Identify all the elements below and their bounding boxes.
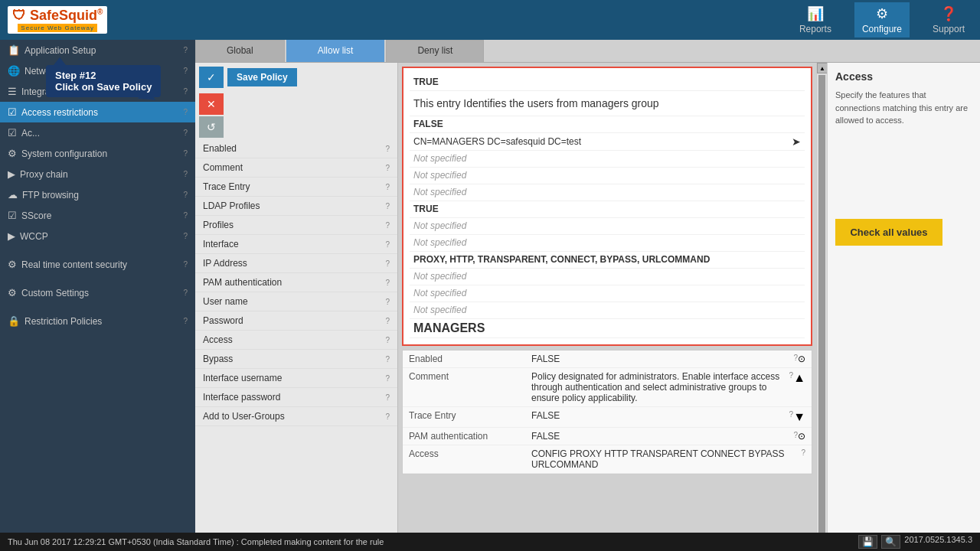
sidebar-item-wccp[interactable]: ▶ WCCP ?	[0, 226, 195, 246]
field-interface[interactable]: Interface ?	[195, 235, 397, 254]
field-user-name[interactable]: User name ?	[195, 292, 397, 311]
step-tooltip[interactable]: Step #12 Click on Save Policy	[46, 65, 161, 97]
scrollbar[interactable]: ▲ ▼	[816, 63, 827, 551]
card-comment-value: This entry Identifies the users from man…	[410, 91, 805, 116]
entry2-comment-up[interactable]: ▲	[793, 371, 805, 385]
sscore-icon: ☑	[8, 210, 17, 221]
system-config-icon: ⚙	[8, 148, 17, 159]
sidebar-item-application-setup[interactable]: 📋 Application Setup ?	[0, 40, 195, 60]
restriction-help: ?	[183, 317, 188, 325]
sidebar-item-ac2-label: Ac...	[21, 128, 40, 139]
field-enabled[interactable]: Enabled ?	[195, 139, 397, 158]
field-ldap-profiles[interactable]: LDAP Profiles ?	[195, 197, 397, 216]
ac2-help: ?	[183, 129, 188, 137]
status-search-icon[interactable]: 🔍	[881, 535, 900, 549]
right-panel: Access Specify the features that connect…	[827, 63, 980, 551]
sidebar-item-custom-settings[interactable]: ⚙ Custom Settings ?	[0, 282, 195, 303]
sidebar-item-sscore[interactable]: ☑ SScore ?	[0, 205, 195, 226]
proxy-chain-icon: ▶	[8, 168, 15, 180]
field-bypass[interactable]: Bypass ?	[195, 350, 397, 369]
sidebar-item-system-config-label: System configuration	[21, 148, 107, 159]
card-ifpass-value: Not specified	[410, 302, 805, 319]
nav-configure[interactable]: ⚙ Configure	[854, 2, 910, 37]
wccp-help: ?	[183, 232, 188, 240]
real-time-icon: ⚙	[8, 259, 17, 270]
logo-title: 🛡 SafeSquid®	[12, 8, 103, 24]
nav-configure-label: Configure	[862, 24, 902, 34]
sidebar-item-system-configuration[interactable]: ⚙ System configuration ?	[0, 143, 195, 164]
tab-bar: Global Allow list Deny list	[195, 40, 980, 63]
reset-button[interactable]: ↺	[199, 116, 224, 138]
field-ip-address[interactable]: IP Address ?	[195, 254, 397, 273]
entry2-comment-row: Comment Policy designated for administra…	[403, 368, 812, 407]
card-username-value: Not specified	[410, 218, 805, 235]
step-action: Click on Save Policy	[55, 81, 152, 93]
card-container[interactable]: TRUE This entry Identifies the users fro…	[398, 63, 816, 551]
network-help: ?	[183, 67, 188, 75]
sidebar-item-restriction-policies[interactable]: 🔒 Restriction Policies ?	[0, 311, 195, 331]
entry2-settings-icon[interactable]: ⊙	[798, 354, 805, 364]
enabled-help-icon: ?	[385, 145, 390, 153]
entry2-pam-settings[interactable]: ⊙	[798, 431, 805, 442]
network-settings-icon: 🌐	[8, 65, 20, 77]
password-help: ?	[385, 317, 390, 325]
card-password-value: Not specified	[410, 235, 805, 252]
sidebar: 📋 Application Setup ? 🌐 Network settings…	[0, 40, 195, 551]
field-trace-entry[interactable]: Trace Entry ?	[195, 178, 397, 197]
sidebar-item-application-setup-label: Application Setup	[24, 45, 96, 56]
save-policy-button[interactable]: Save Policy	[227, 68, 297, 86]
comment-help-icon: ?	[385, 164, 390, 172]
sidebar-item-wccp-label: WCCP	[20, 231, 48, 242]
access-help: ?	[183, 108, 188, 116]
step-number: Step #12	[55, 70, 152, 81]
sidebar-item-proxy-chain[interactable]: ▶ Proxy chain ?	[0, 164, 195, 184]
sidebar-item-custom-label: Custom Settings	[21, 288, 89, 298]
entry2-access-help: ?	[801, 448, 805, 457]
action-row: ✓ Save Policy	[195, 63, 397, 92]
field-add-to-user-groups[interactable]: Add to User-Groups ?	[195, 407, 397, 426]
restriction-icon: 🔒	[8, 315, 20, 327]
field-pam-auth[interactable]: PAM authentication ?	[195, 273, 397, 292]
field-interface-username[interactable]: Interface username ?	[195, 369, 397, 388]
ldap-help: ?	[183, 87, 188, 96]
field-comment[interactable]: Comment ?	[195, 158, 397, 178]
sidebar-item-ac2[interactable]: ☑ Ac... ?	[0, 122, 195, 143]
version-label: 2017.0525.1345.3	[904, 535, 972, 549]
card-trace-value: FALSE	[410, 116, 805, 133]
card-ip-value: Not specified	[410, 184, 805, 201]
access-icon: ☑	[8, 106, 17, 118]
main: Global Allow list Deny list ✓ Save Polic…	[195, 40, 980, 551]
tab-deny-list[interactable]: Deny list	[386, 40, 484, 62]
ftp-help: ?	[183, 191, 188, 199]
card-access-value: PROXY, HTTP, TRANSPARENT, CONNECT, BYPAS…	[410, 252, 805, 269]
entry2-enabled-row: Enabled FALSE ? ⊙	[403, 350, 812, 368]
tab-global[interactable]: Global	[195, 40, 285, 62]
nav-support[interactable]: ❓ Support	[925, 2, 972, 37]
status-save-icon[interactable]: 💾	[858, 535, 877, 549]
tab-allow-list[interactable]: Allow list	[286, 40, 385, 62]
entry2-trace-dropdown[interactable]: ▼	[793, 410, 805, 424]
sidebar-item-ftp-label: FTP browsing	[22, 190, 79, 201]
check-button[interactable]: ✓	[199, 67, 224, 88]
logo-subtitle: Secure Web Gateway	[18, 24, 97, 32]
field-interface-password[interactable]: Interface password ?	[195, 388, 397, 407]
scroll-up-btn[interactable]: ▲	[817, 63, 828, 73]
nav-reports[interactable]: 📊 Reports	[792, 2, 839, 37]
check-all-values-button[interactable]: Check all values	[835, 219, 942, 246]
header-nav: 📊 Reports ⚙ Configure ❓ Support	[792, 2, 972, 37]
field-password[interactable]: Password ?	[195, 311, 397, 331]
access-panel-title: Access	[835, 70, 972, 83]
field-profiles[interactable]: Profiles ?	[195, 216, 397, 235]
delete-button[interactable]: ✕	[199, 93, 224, 115]
sidebar-item-access-restrictions[interactable]: ☑ Access restrictions ?	[0, 102, 195, 122]
sidebar-item-real-time-content[interactable]: ⚙ Real time content security ?	[0, 254, 195, 275]
entry-card-1: TRUE This entry Identifies the users fro…	[402, 67, 812, 346]
sidebar-item-ftp-browsing[interactable]: ☁ FTP browsing ?	[0, 184, 195, 205]
field-access[interactable]: Access ?	[195, 331, 397, 350]
integrate-ldap-icon: ☰	[8, 86, 17, 97]
scroll-thumb[interactable]	[818, 75, 825, 539]
send-icon: ➤	[792, 135, 801, 148]
card-enabled-value: TRUE	[410, 74, 805, 91]
support-icon: ❓	[940, 5, 957, 22]
syscfg-help: ?	[183, 149, 188, 158]
